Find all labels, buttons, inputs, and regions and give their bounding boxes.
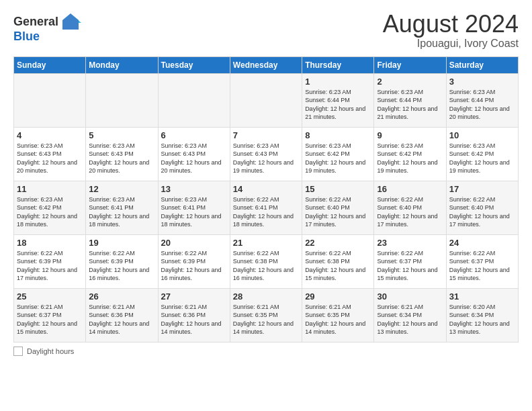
day-cell: 5Sunrise: 6:23 AM Sunset: 6:43 PM Daylig…	[86, 127, 158, 181]
header: General Blue August 2024 Ipouagui, Ivory…	[13, 11, 519, 50]
day-number: 7	[233, 130, 299, 140]
footer-box	[13, 347, 23, 356]
day-cell: 31Sunrise: 6:20 AM Sunset: 6:34 PM Dayli…	[446, 288, 518, 342]
day-info: Sunrise: 6:23 AM Sunset: 6:42 PM Dayligh…	[305, 142, 371, 175]
day-number: 11	[17, 184, 83, 194]
day-number: 9	[377, 130, 443, 140]
day-info: Sunrise: 6:23 AM Sunset: 6:43 PM Dayligh…	[17, 142, 83, 175]
col-header-wednesday: Wednesday	[230, 56, 302, 73]
col-header-sunday: Sunday	[14, 56, 86, 73]
footer: Daylight hours	[13, 347, 519, 356]
day-info: Sunrise: 6:22 AM Sunset: 6:39 PM Dayligh…	[161, 249, 227, 283]
logo-general: General	[13, 15, 58, 29]
col-header-friday: Friday	[374, 56, 446, 73]
day-cell: 16Sunrise: 6:22 AM Sunset: 6:40 PM Dayli…	[374, 181, 446, 234]
day-info: Sunrise: 6:23 AM Sunset: 6:43 PM Dayligh…	[161, 142, 227, 175]
day-cell: 20Sunrise: 6:22 AM Sunset: 6:39 PM Dayli…	[158, 234, 230, 288]
page: General Blue August 2024 Ipouagui, Ivory…	[0, 0, 532, 363]
day-number: 22	[305, 238, 371, 248]
day-cell	[230, 73, 302, 127]
day-cell: 18Sunrise: 6:22 AM Sunset: 6:39 PM Dayli…	[14, 234, 86, 288]
day-cell: 19Sunrise: 6:22 AM Sunset: 6:39 PM Dayli…	[86, 234, 158, 288]
day-cell: 25Sunrise: 6:21 AM Sunset: 6:37 PM Dayli…	[14, 288, 86, 342]
day-number: 31	[449, 291, 515, 302]
week-row-2: 4Sunrise: 6:23 AM Sunset: 6:43 PM Daylig…	[14, 127, 519, 181]
day-cell	[86, 73, 158, 127]
col-header-saturday: Saturday	[446, 56, 518, 73]
day-number: 5	[89, 130, 154, 140]
month-title: August 2024	[383, 11, 519, 38]
day-cell: 7Sunrise: 6:23 AM Sunset: 6:43 PM Daylig…	[230, 127, 302, 181]
header-row: SundayMondayTuesdayWednesdayThursdayFrid…	[14, 56, 519, 73]
day-number: 1	[305, 77, 371, 87]
day-info: Sunrise: 6:22 AM Sunset: 6:38 PM Dayligh…	[233, 249, 299, 283]
day-cell: 4Sunrise: 6:23 AM Sunset: 6:43 PM Daylig…	[14, 127, 86, 181]
day-info: Sunrise: 6:23 AM Sunset: 6:44 PM Dayligh…	[377, 88, 443, 122]
logo-icon	[60, 11, 81, 32]
day-cell: 30Sunrise: 6:21 AM Sunset: 6:34 PM Dayli…	[374, 288, 446, 342]
day-cell: 9Sunrise: 6:23 AM Sunset: 6:42 PM Daylig…	[374, 127, 446, 181]
day-info: Sunrise: 6:21 AM Sunset: 6:35 PM Dayligh…	[305, 303, 371, 336]
day-number: 3	[449, 77, 515, 87]
day-cell: 22Sunrise: 6:22 AM Sunset: 6:38 PM Dayli…	[302, 234, 374, 288]
day-info: Sunrise: 6:22 AM Sunset: 6:37 PM Dayligh…	[449, 249, 515, 283]
day-cell: 12Sunrise: 6:23 AM Sunset: 6:41 PM Dayli…	[86, 181, 158, 234]
day-number: 27	[161, 291, 227, 302]
day-info: Sunrise: 6:22 AM Sunset: 6:39 PM Dayligh…	[89, 249, 154, 283]
day-number: 25	[17, 291, 83, 302]
day-info: Sunrise: 6:22 AM Sunset: 6:37 PM Dayligh…	[377, 249, 443, 283]
day-number: 8	[305, 130, 371, 140]
day-cell: 3Sunrise: 6:23 AM Sunset: 6:44 PM Daylig…	[446, 73, 518, 127]
day-info: Sunrise: 6:21 AM Sunset: 6:37 PM Dayligh…	[17, 303, 83, 336]
day-cell	[14, 73, 86, 127]
day-cell: 11Sunrise: 6:23 AM Sunset: 6:42 PM Dayli…	[14, 181, 86, 234]
day-number: 26	[89, 291, 154, 302]
day-cell: 15Sunrise: 6:22 AM Sunset: 6:40 PM Dayli…	[302, 181, 374, 234]
day-cell: 24Sunrise: 6:22 AM Sunset: 6:37 PM Dayli…	[446, 234, 518, 288]
col-header-tuesday: Tuesday	[158, 56, 230, 73]
day-number: 19	[89, 238, 154, 248]
day-number: 17	[449, 184, 515, 194]
day-number: 15	[305, 184, 371, 194]
location-title: Ipouagui, Ivory Coast	[383, 38, 519, 50]
day-number: 30	[377, 291, 443, 302]
day-info: Sunrise: 6:21 AM Sunset: 6:36 PM Dayligh…	[161, 303, 227, 336]
day-cell: 17Sunrise: 6:22 AM Sunset: 6:40 PM Dayli…	[446, 181, 518, 234]
day-cell: 10Sunrise: 6:23 AM Sunset: 6:42 PM Dayli…	[446, 127, 518, 181]
day-number: 18	[17, 238, 83, 248]
day-number: 14	[233, 184, 299, 194]
day-number: 29	[305, 291, 371, 302]
day-cell: 2Sunrise: 6:23 AM Sunset: 6:44 PM Daylig…	[374, 73, 446, 127]
day-cell: 29Sunrise: 6:21 AM Sunset: 6:35 PM Dayli…	[302, 288, 374, 342]
col-header-thursday: Thursday	[302, 56, 374, 73]
day-cell: 14Sunrise: 6:22 AM Sunset: 6:41 PM Dayli…	[230, 181, 302, 234]
footer-label: Daylight hours	[27, 347, 74, 355]
day-info: Sunrise: 6:22 AM Sunset: 6:41 PM Dayligh…	[233, 195, 299, 229]
week-row-1: 1Sunrise: 6:23 AM Sunset: 6:44 PM Daylig…	[14, 73, 519, 127]
day-number: 24	[449, 238, 515, 248]
svg-marker-0	[62, 13, 79, 30]
day-number: 10	[449, 130, 515, 140]
day-number: 20	[161, 238, 227, 248]
day-info: Sunrise: 6:22 AM Sunset: 6:40 PM Dayligh…	[305, 195, 371, 229]
day-info: Sunrise: 6:22 AM Sunset: 6:40 PM Dayligh…	[377, 195, 443, 229]
day-info: Sunrise: 6:23 AM Sunset: 6:41 PM Dayligh…	[89, 195, 154, 229]
day-number: 2	[377, 77, 443, 87]
day-cell: 26Sunrise: 6:21 AM Sunset: 6:36 PM Dayli…	[86, 288, 158, 342]
day-number: 12	[89, 184, 154, 194]
day-info: Sunrise: 6:23 AM Sunset: 6:41 PM Dayligh…	[161, 195, 227, 229]
day-number: 16	[377, 184, 443, 194]
day-cell: 8Sunrise: 6:23 AM Sunset: 6:42 PM Daylig…	[302, 127, 374, 181]
day-info: Sunrise: 6:20 AM Sunset: 6:34 PM Dayligh…	[449, 303, 515, 336]
logo: General Blue	[13, 11, 81, 44]
day-info: Sunrise: 6:23 AM Sunset: 6:42 PM Dayligh…	[17, 195, 83, 229]
day-cell: 27Sunrise: 6:21 AM Sunset: 6:36 PM Dayli…	[158, 288, 230, 342]
day-number: 21	[233, 238, 299, 248]
week-row-5: 25Sunrise: 6:21 AM Sunset: 6:37 PM Dayli…	[14, 288, 519, 342]
col-header-monday: Monday	[86, 56, 158, 73]
calendar-table: SundayMondayTuesdayWednesdayThursdayFrid…	[13, 56, 519, 342]
day-number: 28	[233, 291, 299, 302]
day-number: 6	[161, 130, 227, 140]
day-cell: 13Sunrise: 6:23 AM Sunset: 6:41 PM Dayli…	[158, 181, 230, 234]
week-row-4: 18Sunrise: 6:22 AM Sunset: 6:39 PM Dayli…	[14, 234, 519, 288]
